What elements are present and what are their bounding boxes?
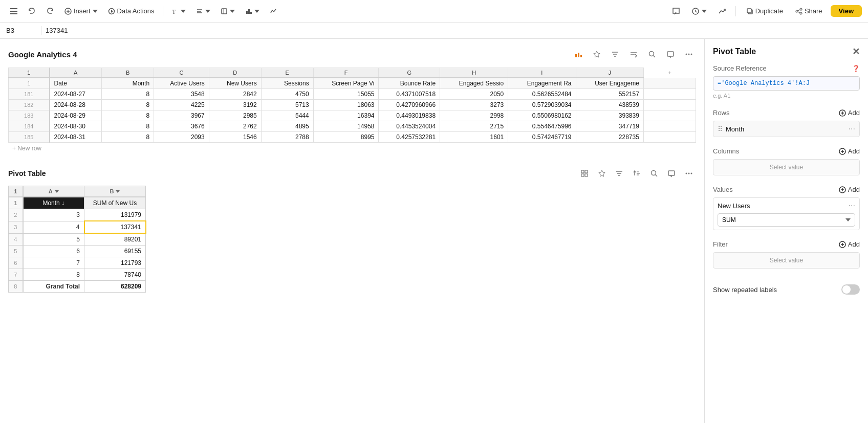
row-user-e[interactable]: 438539 — [576, 100, 643, 110]
header-date[interactable]: Date — [50, 78, 102, 89]
pivot-comment-icon[interactable] — [664, 166, 679, 181]
source-ref-input[interactable] — [713, 76, 860, 91]
header-user-e[interactable]: User Engageme — [576, 78, 643, 89]
columns-add-button[interactable]: Add — [839, 147, 860, 155]
row-date[interactable]: 2024-08-31 — [50, 132, 102, 143]
row-sessions[interactable]: 4750 — [261, 89, 313, 100]
header-engagement-r[interactable]: Engagement Ra — [508, 78, 576, 89]
row-bounce-rate[interactable]: 0.4371007518 — [379, 89, 440, 100]
row-item-more-icon[interactable]: ··· — [849, 124, 855, 133]
source-ref-help-icon[interactable]: ❓ — [852, 65, 860, 72]
row-active-users[interactable]: 2093 — [154, 132, 209, 143]
pivot-label[interactable]: 5 — [23, 233, 84, 246]
row-active-users[interactable]: 4225 — [154, 100, 209, 110]
trend-icon[interactable] — [715, 4, 729, 18]
chart-icon[interactable] — [571, 47, 585, 61]
row-bounce-rate[interactable]: 0.4257532281 — [379, 132, 440, 143]
pivot-label[interactable]: 6 — [23, 246, 84, 257]
row-bounce-rate[interactable]: 0.4270960966 — [379, 100, 440, 110]
close-button[interactable]: ✕ — [852, 47, 860, 56]
pivot-value[interactable]: 78740 — [84, 269, 146, 281]
row-engagement-r[interactable]: 0.5742467719 — [508, 132, 576, 143]
header-screen-page[interactable]: Screen Page Vi — [313, 78, 379, 89]
pivot-label[interactable]: 7 — [23, 257, 84, 269]
pivot-table-icon[interactable] — [577, 166, 592, 181]
row-engagement-r[interactable]: 0.5626552484 — [508, 89, 576, 100]
filter-select-value[interactable]: Select value — [713, 252, 860, 269]
header-month[interactable]: Month — [102, 78, 154, 89]
row-new-users[interactable]: 3192 — [209, 100, 261, 110]
sum-select[interactable]: SUM — [718, 213, 855, 227]
row-user-e[interactable]: 228735 — [576, 132, 643, 143]
row-engaged-s[interactable]: 1601 — [440, 132, 508, 143]
header-bounce-rate[interactable]: Bounce Rate — [379, 78, 440, 89]
row-month[interactable]: 8 — [102, 132, 154, 143]
row-engaged-s[interactable]: 3273 — [440, 100, 508, 110]
row-engagement-r[interactable]: 0.5729039034 — [508, 100, 576, 110]
pivot-value-selected[interactable]: 137341 — [84, 221, 146, 233]
columns-select-value[interactable]: Select value — [713, 159, 860, 175]
align-button[interactable] — [192, 6, 214, 17]
row-new-users[interactable]: 2762 — [209, 121, 261, 132]
undo-button[interactable] — [24, 5, 40, 17]
row-engaged-s[interactable]: 2050 — [440, 89, 508, 100]
row-sessions[interactable]: 2788 — [261, 132, 313, 143]
row-engagement-r[interactable]: 0.5506980162 — [508, 110, 576, 121]
new-row-btn[interactable]: + New row — [8, 143, 696, 154]
show-labels-toggle[interactable] — [841, 284, 860, 295]
row-date[interactable]: 2024-08-27 — [50, 89, 102, 100]
more-icon[interactable] — [682, 47, 696, 61]
row-bounce-rate[interactable]: 0.4493019838 — [379, 110, 440, 121]
filter-add-button[interactable]: Add — [839, 240, 860, 248]
pivot-label[interactable]: 4 — [23, 221, 84, 233]
chart-button[interactable] — [241, 6, 264, 17]
drag-handle-icon[interactable]: ⠿ — [718, 125, 723, 133]
add-col-button[interactable]: + — [643, 68, 696, 78]
pivot-filter-icon[interactable] — [612, 166, 626, 181]
font-button[interactable]: T — [167, 6, 190, 17]
row-active-users[interactable]: 3676 — [154, 121, 209, 132]
row-engagement-r[interactable]: 0.5546475996 — [508, 121, 576, 132]
pivot-value[interactable]: 121793 — [84, 257, 146, 269]
row-date[interactable]: 2024-08-28 — [50, 100, 102, 110]
share-button[interactable]: Share — [791, 5, 827, 17]
pivot-value[interactable]: 89201 — [84, 233, 146, 246]
star-icon[interactable] — [590, 47, 604, 61]
row-new-users[interactable]: 1546 — [209, 132, 261, 143]
row-date[interactable]: 2024-08-29 — [50, 110, 102, 121]
header-engaged-s[interactable]: Engaged Sessio — [440, 78, 508, 89]
rows-add-button[interactable]: Add — [839, 109, 860, 117]
history-button[interactable] — [687, 5, 711, 17]
row-active-users[interactable]: 3967 — [154, 110, 209, 121]
comment-icon[interactable] — [669, 4, 683, 18]
header-sessions[interactable]: Sessions — [261, 78, 313, 89]
row-screen-page[interactable]: 16394 — [313, 110, 379, 121]
pivot-sort-icon[interactable] — [630, 166, 644, 181]
sidebar-toggle[interactable] — [6, 4, 21, 19]
pivot-search-icon[interactable] — [647, 166, 661, 181]
sparkline-button[interactable] — [266, 6, 281, 17]
pivot-label[interactable]: 3 — [23, 209, 84, 221]
row-engaged-s[interactable]: 2998 — [440, 110, 508, 121]
values-add-button[interactable]: Add — [839, 186, 860, 193]
pivot-header-b[interactable]: SUM of New Us — [84, 197, 146, 209]
pivot-value[interactable]: 131979 — [84, 209, 146, 221]
value-item-more-icon[interactable]: ··· — [849, 201, 855, 210]
redo-button[interactable] — [42, 5, 58, 17]
row-screen-page[interactable]: 15055 — [313, 89, 379, 100]
row-screen-page[interactable]: 8995 — [313, 132, 379, 143]
filter-icon[interactable] — [608, 47, 622, 61]
pivot-value[interactable]: 69155 — [84, 246, 146, 257]
header-new-users[interactable]: New Users — [209, 78, 261, 89]
row-sessions[interactable]: 5444 — [261, 110, 313, 121]
search-icon[interactable] — [645, 47, 659, 61]
row-new-users[interactable]: 2985 — [209, 110, 261, 121]
row-screen-page[interactable]: 18063 — [313, 100, 379, 110]
row-sessions[interactable]: 4895 — [261, 121, 313, 132]
insert-button[interactable]: Insert — [60, 5, 102, 17]
row-bounce-rate[interactable]: 0.4453524004 — [379, 121, 440, 132]
row-user-e[interactable]: 552157 — [576, 89, 643, 100]
row-date[interactable]: 2024-08-30 — [50, 121, 102, 132]
header-active-users[interactable]: Active Users — [154, 78, 209, 89]
row-screen-page[interactable]: 14958 — [313, 121, 379, 132]
